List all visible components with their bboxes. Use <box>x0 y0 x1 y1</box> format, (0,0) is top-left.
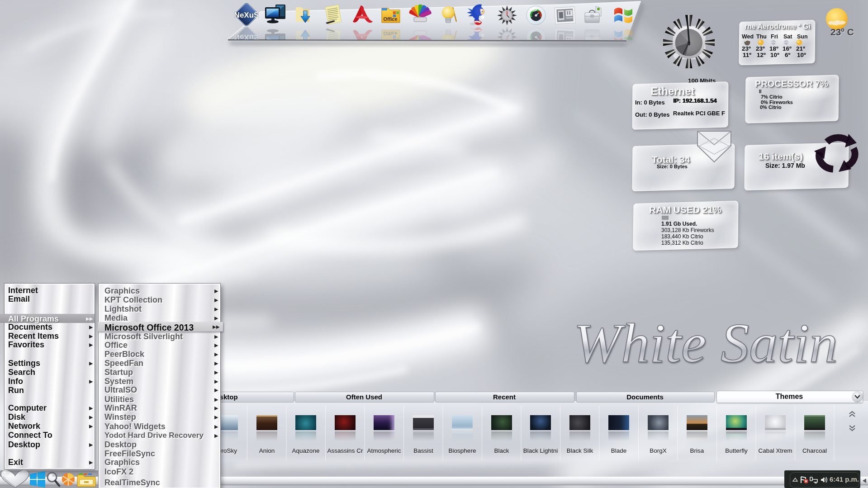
svg-text:White Satin: White Satin <box>574 313 838 374</box>
